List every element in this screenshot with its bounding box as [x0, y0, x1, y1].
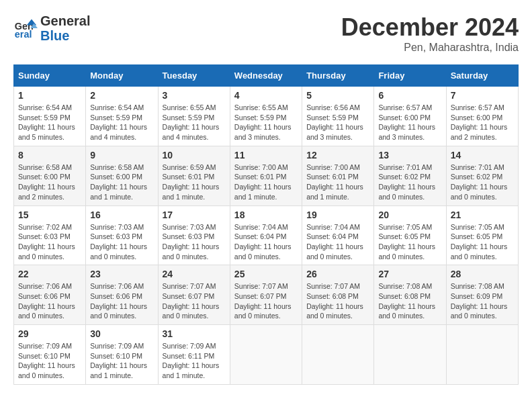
day-cell: 1 Sunrise: 6:54 AM Sunset: 5:59 PM Dayli…: [14, 87, 86, 146]
header-cell-friday: Friday: [374, 65, 446, 87]
day-number: 15: [18, 210, 81, 220]
day-detail: Sunrise: 7:09 AM Sunset: 6:10 PM Dayligh…: [18, 341, 81, 381]
day-cell: 15 Sunrise: 7:02 AM Sunset: 6:03 PM Dayl…: [14, 205, 86, 265]
day-number: 24: [163, 269, 226, 279]
day-cell: 29 Sunrise: 7:09 AM Sunset: 6:10 PM Dayl…: [14, 325, 86, 385]
day-cell: 30 Sunrise: 7:09 AM Sunset: 6:10 PM Dayl…: [86, 325, 158, 385]
calendar-header: SundayMondayTuesdayWednesdayThursdayFrid…: [14, 65, 519, 87]
header-cell-saturday: Saturday: [446, 65, 518, 87]
header-cell-monday: Monday: [86, 65, 158, 87]
month-title: December 2024: [341, 13, 519, 42]
day-detail: Sunrise: 7:00 AM Sunset: 6:01 PM Dayligh…: [306, 163, 369, 202]
day-detail: Sunrise: 7:04 AM Sunset: 6:04 PM Dayligh…: [306, 222, 369, 262]
day-detail: Sunrise: 7:09 AM Sunset: 6:10 PM Dayligh…: [90, 341, 153, 381]
logo-name-line1: General: [40, 13, 90, 28]
day-number: 8: [18, 150, 81, 161]
day-detail: Sunrise: 6:59 AM Sunset: 6:01 PM Dayligh…: [163, 163, 226, 202]
day-detail: Sunrise: 7:05 AM Sunset: 6:05 PM Dayligh…: [378, 222, 441, 262]
week-row-3: 15 Sunrise: 7:02 AM Sunset: 6:03 PM Dayl…: [14, 205, 519, 265]
day-number: 17: [163, 210, 226, 220]
day-cell: [446, 325, 518, 385]
header-row: SundayMondayTuesdayWednesdayThursdayFrid…: [14, 65, 519, 87]
day-cell: [302, 325, 374, 385]
day-cell: 8 Sunrise: 6:58 AM Sunset: 6:00 PM Dayli…: [14, 146, 86, 205]
day-detail: Sunrise: 6:55 AM Sunset: 5:59 PM Dayligh…: [163, 103, 226, 142]
svg-text:eral: eral: [15, 29, 32, 40]
day-number: 13: [378, 150, 441, 161]
day-detail: Sunrise: 6:54 AM Sunset: 5:59 PM Dayligh…: [90, 103, 153, 142]
day-cell: 14 Sunrise: 7:01 AM Sunset: 6:02 PM Dayl…: [446, 146, 518, 205]
week-row-5: 29 Sunrise: 7:09 AM Sunset: 6:10 PM Dayl…: [14, 325, 519, 385]
day-cell: [230, 325, 302, 385]
day-number: 1: [18, 90, 81, 101]
day-detail: Sunrise: 7:08 AM Sunset: 6:09 PM Dayligh…: [451, 281, 514, 321]
day-number: 19: [306, 210, 369, 220]
title-block: December 2024 Pen, Maharashtra, India: [341, 13, 519, 54]
day-number: 28: [451, 269, 514, 279]
week-row-1: 1 Sunrise: 6:54 AM Sunset: 5:59 PM Dayli…: [14, 87, 519, 146]
day-number: 23: [90, 269, 153, 279]
week-row-4: 22 Sunrise: 7:06 AM Sunset: 6:06 PM Dayl…: [14, 265, 519, 325]
day-cell: 5 Sunrise: 6:56 AM Sunset: 5:59 PM Dayli…: [302, 87, 374, 146]
day-cell: 3 Sunrise: 6:55 AM Sunset: 5:59 PM Dayli…: [158, 87, 230, 146]
day-number: 31: [163, 328, 226, 339]
logo: Gen eral General Blue: [13, 13, 90, 43]
day-cell: 18 Sunrise: 7:04 AM Sunset: 6:04 PM Dayl…: [230, 205, 302, 265]
day-cell: 22 Sunrise: 7:06 AM Sunset: 6:06 PM Dayl…: [14, 265, 86, 325]
day-detail: Sunrise: 6:55 AM Sunset: 5:59 PM Dayligh…: [234, 103, 298, 142]
day-detail: Sunrise: 7:07 AM Sunset: 6:07 PM Dayligh…: [163, 281, 226, 321]
day-cell: 12 Sunrise: 7:00 AM Sunset: 6:01 PM Dayl…: [302, 146, 374, 205]
day-cell: 19 Sunrise: 7:04 AM Sunset: 6:04 PM Dayl…: [302, 205, 374, 265]
day-number: 25: [234, 269, 298, 279]
day-cell: 27 Sunrise: 7:08 AM Sunset: 6:08 PM Dayl…: [374, 265, 446, 325]
day-cell: 20 Sunrise: 7:05 AM Sunset: 6:05 PM Dayl…: [374, 205, 446, 265]
day-number: 7: [451, 90, 514, 101]
day-cell: 26 Sunrise: 7:07 AM Sunset: 6:08 PM Dayl…: [302, 265, 374, 325]
header-cell-tuesday: Tuesday: [158, 65, 230, 87]
day-number: 22: [18, 269, 81, 279]
day-cell: 9 Sunrise: 6:58 AM Sunset: 6:00 PM Dayli…: [86, 146, 158, 205]
calendar-table: SundayMondayTuesdayWednesdayThursdayFrid…: [13, 64, 519, 385]
day-detail: Sunrise: 6:58 AM Sunset: 6:00 PM Dayligh…: [18, 163, 81, 202]
day-detail: Sunrise: 6:54 AM Sunset: 5:59 PM Dayligh…: [18, 103, 81, 142]
day-cell: 16 Sunrise: 7:03 AM Sunset: 6:03 PM Dayl…: [86, 205, 158, 265]
day-detail: Sunrise: 7:07 AM Sunset: 6:08 PM Dayligh…: [306, 281, 369, 321]
week-row-2: 8 Sunrise: 6:58 AM Sunset: 6:00 PM Dayli…: [14, 146, 519, 205]
day-number: 11: [234, 150, 298, 161]
day-cell: 7 Sunrise: 6:57 AM Sunset: 6:00 PM Dayli…: [446, 87, 518, 146]
day-detail: Sunrise: 6:58 AM Sunset: 6:00 PM Dayligh…: [90, 163, 153, 202]
day-detail: Sunrise: 7:07 AM Sunset: 6:07 PM Dayligh…: [234, 281, 298, 321]
day-detail: Sunrise: 7:09 AM Sunset: 6:11 PM Dayligh…: [163, 341, 226, 381]
day-cell: 31 Sunrise: 7:09 AM Sunset: 6:11 PM Dayl…: [158, 325, 230, 385]
day-number: 2: [90, 90, 153, 101]
day-detail: Sunrise: 7:01 AM Sunset: 6:02 PM Dayligh…: [451, 163, 514, 202]
day-number: 20: [378, 210, 441, 220]
day-detail: Sunrise: 7:01 AM Sunset: 6:02 PM Dayligh…: [378, 163, 441, 202]
location: Pen, Maharashtra, India: [341, 42, 519, 54]
page-header: Gen eral General Blue December 2024 Pen,…: [13, 13, 519, 54]
day-cell: 25 Sunrise: 7:07 AM Sunset: 6:07 PM Dayl…: [230, 265, 302, 325]
logo-name-line2: Blue: [40, 28, 90, 43]
day-detail: Sunrise: 7:03 AM Sunset: 6:03 PM Dayligh…: [90, 222, 153, 262]
day-cell: 4 Sunrise: 6:55 AM Sunset: 5:59 PM Dayli…: [230, 87, 302, 146]
day-cell: 11 Sunrise: 7:00 AM Sunset: 6:01 PM Dayl…: [230, 146, 302, 205]
day-number: 16: [90, 210, 153, 220]
day-cell: 17 Sunrise: 7:03 AM Sunset: 6:03 PM Dayl…: [158, 205, 230, 265]
header-cell-thursday: Thursday: [302, 65, 374, 87]
day-cell: 2 Sunrise: 6:54 AM Sunset: 5:59 PM Dayli…: [86, 87, 158, 146]
day-detail: Sunrise: 7:04 AM Sunset: 6:04 PM Dayligh…: [234, 222, 298, 262]
day-number: 14: [451, 150, 514, 161]
day-number: 3: [163, 90, 226, 101]
day-cell: 23 Sunrise: 7:06 AM Sunset: 6:06 PM Dayl…: [86, 265, 158, 325]
day-detail: Sunrise: 7:00 AM Sunset: 6:01 PM Dayligh…: [234, 163, 298, 202]
header-cell-wednesday: Wednesday: [230, 65, 302, 87]
day-number: 4: [234, 90, 298, 101]
day-detail: Sunrise: 6:57 AM Sunset: 6:00 PM Dayligh…: [378, 103, 441, 142]
day-detail: Sunrise: 6:57 AM Sunset: 6:00 PM Dayligh…: [451, 103, 514, 142]
calendar-body: 1 Sunrise: 6:54 AM Sunset: 5:59 PM Dayli…: [14, 87, 519, 385]
day-number: 30: [90, 328, 153, 339]
day-cell: 28 Sunrise: 7:08 AM Sunset: 6:09 PM Dayl…: [446, 265, 518, 325]
day-cell: [374, 325, 446, 385]
day-cell: 24 Sunrise: 7:07 AM Sunset: 6:07 PM Dayl…: [158, 265, 230, 325]
day-detail: Sunrise: 7:03 AM Sunset: 6:03 PM Dayligh…: [163, 222, 226, 262]
